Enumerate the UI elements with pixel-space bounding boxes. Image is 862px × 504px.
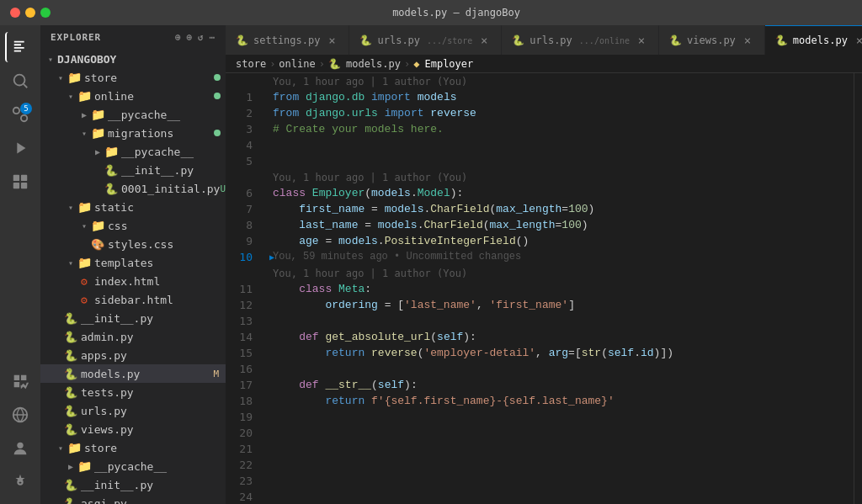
asgi-label: asgi.py (81, 497, 127, 505)
code-line-23 (273, 473, 854, 489)
code-lines-11-29[interactable]: class Meta: ordering = ['last_name', 'fi… (266, 281, 854, 504)
extensions-activity-icon[interactable] (5, 167, 35, 197)
run-debug-activity-icon[interactable] (5, 133, 35, 163)
sidebar-item-migrations[interactable]: ▾ 📁 migrations (40, 124, 226, 142)
window-title: models.py — djangoBoy (61, 7, 852, 19)
sidebar-item-pycache3[interactable]: ▶ 📁 __pycache__ (40, 457, 226, 475)
svg-line-1 (24, 84, 27, 88)
code-line-21 (273, 441, 854, 457)
remote-activity-icon[interactable] (5, 400, 35, 430)
urls-label: urls.py (81, 405, 127, 417)
store2-label: store (84, 442, 117, 454)
breadcrumb-sep3: › (404, 58, 410, 70)
tab-views-label: views.py (687, 34, 736, 46)
ln-3: 3 (226, 121, 259, 137)
minimize-button[interactable] (25, 8, 35, 18)
new-folder-icon[interactable]: ⊕ (186, 32, 193, 43)
window-controls[interactable] (10, 8, 51, 18)
sidebar-item-store[interactable]: ▾ 📁 store (40, 68, 226, 87)
sidebar-item-css[interactable]: ▾ 📁 css (40, 216, 226, 235)
sidebar-item-urls[interactable]: 🐍 urls.py (40, 401, 226, 420)
line-numbers: 1 2 3 4 5 (226, 89, 266, 169)
sidebar-item-init2[interactable]: 🐍 __init__.py (40, 309, 226, 327)
close-button[interactable] (10, 8, 20, 18)
tab-sublabel2: .../online (579, 36, 630, 45)
tab-models-py[interactable]: 🐍 models.py × (765, 25, 862, 55)
breadcrumb-models[interactable]: models.py (346, 58, 401, 70)
code-lines-1-5[interactable]: from django.db import models from django… (266, 89, 854, 169)
tab-settings-label: settings.py (253, 34, 320, 46)
accounts-activity-icon[interactable] (5, 433, 35, 464)
html-icon: ⚙ (77, 293, 91, 306)
tree-root[interactable]: ▾ DJANGOBOY (40, 50, 226, 68)
breadcrumb-employer[interactable]: Employer (424, 58, 473, 70)
py-icon: 🐍 (104, 182, 118, 195)
sidebar-item-admin[interactable]: 🐍 admin.py (40, 327, 226, 346)
sidebar-item-static[interactable]: ▾ 📁 static (40, 198, 226, 216)
tab-settings-py[interactable]: 🐍 settings.py × (226, 25, 349, 55)
code-line-16 (273, 361, 854, 377)
sidebar-item-sidebar-html[interactable]: ⚙ sidebar.html (40, 290, 226, 309)
maximize-button[interactable] (40, 8, 51, 18)
search-activity-icon[interactable] (5, 66, 35, 96)
tab-models-label: models.py (793, 34, 848, 46)
tab-views-py[interactable]: 🐍 views.py × (659, 25, 765, 55)
breadcrumb-online[interactable]: online (279, 58, 315, 70)
tab-urls-store-label: urls.py (377, 34, 420, 46)
ln-11: 11 (226, 281, 259, 297)
breadcrumb-class-icon: ◆ (413, 58, 419, 70)
blame-annotation-class: You, 1 hour ago | 1 author (You) (266, 265, 474, 281)
code-line-13 (273, 313, 854, 329)
tab-close-views[interactable]: × (741, 34, 754, 47)
code-line-20 (273, 425, 854, 441)
sidebar-item-models[interactable]: 🐍 models.py M (40, 364, 226, 383)
git-indicator (214, 130, 221, 136)
css-file-icon: 🎨 (91, 237, 104, 251)
sidebar-item-initial[interactable]: 🐍 0001_initial.py U (40, 179, 226, 198)
sidebar-item-styles-css[interactable]: 🎨 styles.css (40, 235, 226, 253)
tab-close-urls-store[interactable]: × (477, 34, 491, 47)
ln-15: 15 (226, 345, 259, 361)
folder-icon: 📁 (77, 200, 91, 214)
py-tab-icon: 🐍 (669, 34, 682, 46)
sidebar-item-index-html[interactable]: ⚙ index.html (40, 272, 226, 290)
tab-urls-store[interactable]: 🐍 urls.py .../store × (349, 25, 502, 55)
folder-icon: 📁 (104, 145, 118, 158)
tab-sublabel: .../store (427, 36, 472, 45)
sidebar-item-init1[interactable]: 🐍 __init__.py (40, 161, 226, 179)
sidebar-item-init3[interactable]: 🐍 __init__.py (40, 475, 226, 494)
tab-close-settings[interactable]: × (325, 34, 338, 47)
code-line-11: class Meta: (273, 281, 854, 297)
tab-close-models[interactable]: × (853, 34, 862, 47)
sidebar-item-templates[interactable]: ▾ 📁 templates (40, 253, 226, 272)
sidebar-item-tests[interactable]: 🐍 tests.py (40, 383, 226, 401)
sidebar-item-online[interactable]: ▾ 📁 online (40, 87, 226, 105)
py-tab-icon: 🐍 (359, 34, 372, 46)
explorer-activity-icon[interactable] (5, 32, 35, 62)
editor-minimap (854, 73, 862, 504)
sidebar-item-asgi[interactable]: 🐍 asgi.py (40, 494, 226, 504)
code-lines-6-9[interactable]: class Employer(models.Model): first_name… (266, 185, 854, 249)
collapse-all-icon[interactable]: ⋯ (209, 32, 216, 43)
new-file-icon[interactable]: ⊕ (175, 32, 182, 43)
sidebar-item-store2[interactable]: ▾ 📁 store (40, 438, 226, 457)
styles-css-label: styles.css (108, 238, 173, 251)
svg-rect-4 (13, 183, 19, 188)
blame-annotation-mid: You, 1 hour ago | 1 author (You) (266, 169, 474, 185)
sidebar-item-pycache2[interactable]: ▶ 📁 __pycache__ (40, 142, 226, 161)
tab-close-urls-online[interactable]: × (635, 34, 648, 47)
source-control-badge: 5 (20, 103, 32, 114)
tab-urls-online[interactable]: 🐍 urls.py .../online × (502, 25, 659, 55)
sidebar-item-apps[interactable]: 🐍 apps.py (40, 346, 226, 364)
refresh-icon[interactable]: ↺ (198, 32, 205, 43)
sidebar-item-views[interactable]: 🐍 views.py (40, 420, 226, 438)
test-activity-icon[interactable] (5, 366, 35, 396)
sidebar-header-icons[interactable]: ⊕ ⊕ ↺ ⋯ (175, 32, 216, 43)
sidebar-item-pycache1[interactable]: ▶ 📁 __pycache__ (40, 105, 226, 124)
tabs-bar: 🐍 settings.py × 🐍 urls.py .../store × 🐍 … (226, 25, 862, 55)
breadcrumb-store[interactable]: store (236, 58, 266, 70)
py-icon: 🐍 (104, 163, 118, 177)
settings-activity-icon[interactable] (5, 467, 35, 497)
source-control-activity-icon[interactable]: 5 (5, 99, 35, 130)
ln-2: 2 (226, 105, 259, 121)
